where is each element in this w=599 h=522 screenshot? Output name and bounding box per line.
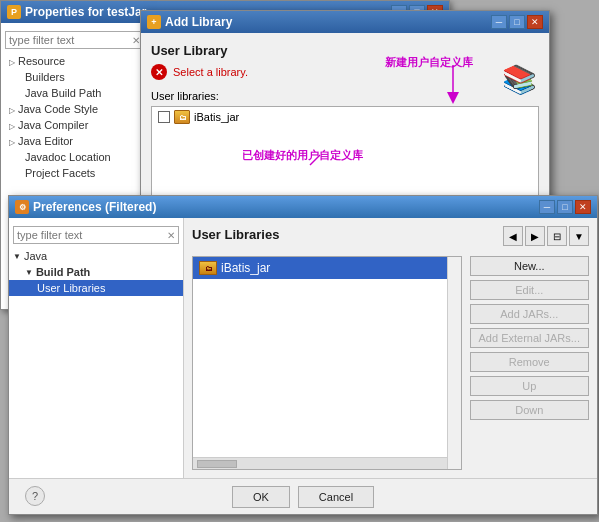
filter-clear-icon[interactable]: ✕ — [132, 35, 140, 46]
ok-button[interactable]: OK — [232, 486, 290, 508]
prefs-back-button[interactable]: ◀ — [503, 226, 523, 246]
prefs-min-button[interactable]: ─ — [539, 200, 555, 214]
lib-checkbox[interactable] — [158, 111, 170, 123]
expand-icon: ▷ — [9, 106, 15, 115]
prefs-collapse-button[interactable]: ⊟ — [547, 226, 567, 246]
h-scrollbar-thumb[interactable] — [197, 460, 237, 468]
sidebar-item-project-facets[interactable]: Project Facets — [1, 165, 148, 181]
prefs-tree-user-libraries[interactable]: User Libraries — [9, 280, 183, 296]
prefs-tree-build-path[interactable]: ▼Build Path — [9, 264, 183, 280]
prefs-sidebar: ✕ ▼Java ▼Build Path User Libraries — [9, 218, 184, 478]
prefs-tree-java[interactable]: ▼Java — [9, 248, 183, 264]
properties-title: Properties for testJar — [25, 5, 146, 19]
expand-icon: ▷ — [9, 122, 15, 131]
up-button[interactable]: Up — [470, 376, 590, 396]
properties-icon: P — [7, 5, 21, 19]
expand-icon: ▷ — [9, 138, 15, 147]
help-button[interactable]: ? — [25, 486, 45, 506]
lib-jar-icon: 🗂 — [174, 110, 190, 124]
vertical-scrollbar[interactable] — [447, 257, 461, 469]
prefs-forward-button[interactable]: ▶ — [525, 226, 545, 246]
properties-filter-box[interactable]: ✕ — [5, 31, 144, 49]
prefs-menu-button[interactable]: ▼ — [569, 226, 589, 246]
add-library-controls: ─ □ ✕ — [491, 15, 543, 29]
add-library-icon: + — [147, 15, 161, 29]
sidebar-item-resource[interactable]: ▷Resource — [1, 53, 148, 69]
prefs-lib-item-ibatis[interactable]: 🗂 iBatis_jar — [193, 257, 461, 279]
prefs-icon: ⚙ — [15, 200, 29, 214]
prefs-footer: ? OK Cancel — [9, 478, 597, 514]
prefs-lib-name: iBatis_jar — [221, 261, 270, 275]
sidebar-item-builders[interactable]: Builders — [1, 69, 148, 85]
new-button[interactable]: New... — [470, 256, 590, 276]
filter-clear-icon[interactable]: ✕ — [167, 230, 175, 241]
annotation-new-label: 新建用户自定义库 — [385, 55, 473, 70]
prefs-main-content: User Libraries ◀ ▶ ⊟ ▼ 🗂 iBatis_jar — [184, 218, 597, 478]
horizontal-scrollbar[interactable] — [193, 457, 447, 469]
prefs-toolbar: ◀ ▶ ⊟ ▼ — [503, 226, 589, 246]
prefs-title: Preferences (Filtered) — [33, 200, 156, 214]
edit-button[interactable]: Edit... — [470, 280, 590, 300]
prefs-max-button[interactable]: □ — [557, 200, 573, 214]
sidebar-item-java-code-style[interactable]: ▷Java Code Style — [1, 101, 148, 117]
lib-name: iBatis_jar — [194, 111, 239, 123]
add-lib-min-button[interactable]: ─ — [491, 15, 507, 29]
preferences-dialog: ⚙ Preferences (Filtered) ─ □ ✕ ✕ ▼Java ▼… — [8, 195, 598, 515]
properties-filter-input[interactable] — [9, 34, 132, 46]
add-library-header: User Library — [151, 43, 539, 58]
sidebar-item-javadoc-location[interactable]: Javadoc Location — [1, 149, 148, 165]
prefs-filter-box[interactable]: ✕ — [13, 226, 179, 244]
prefs-titlebar: ⚙ Preferences (Filtered) ─ □ ✕ — [9, 196, 597, 218]
add-jars-button[interactable]: Add JARs... — [470, 304, 590, 324]
prefs-content-area: 🗂 iBatis_jar New... Edit... Add — [192, 256, 589, 470]
prefs-close-button[interactable]: ✕ — [575, 200, 591, 214]
prefs-body: ✕ ▼Java ▼Build Path User Libraries User … — [9, 218, 597, 478]
lib-list-item[interactable]: 🗂 iBatis_jar — [152, 107, 538, 127]
tree-expand-icon: ▼ — [13, 252, 21, 261]
annotation-created-label: 已创建好的用户自定义库 — [242, 148, 363, 163]
error-text: Select a library. — [173, 66, 248, 78]
prefs-filter-input[interactable] — [17, 229, 165, 241]
books-icon: 📚 — [502, 63, 537, 96]
add-library-titlebar: + Add Library ─ □ ✕ — [141, 11, 549, 33]
h-scrollbar-track[interactable] — [193, 457, 447, 469]
libs-label: User libraries: — [151, 90, 539, 102]
prefs-section-title: User Libraries — [192, 227, 279, 242]
prefs-action-buttons: New... Edit... Add JARs... Add External … — [470, 256, 590, 470]
tree-expand-icon: ▼ — [25, 268, 33, 277]
error-icon: ✕ — [151, 64, 167, 80]
prefs-window-controls: ─ □ ✕ — [539, 200, 591, 214]
add-external-jars-button[interactable]: Add External JARs... — [470, 328, 590, 348]
add-lib-close-button[interactable]: ✕ — [527, 15, 543, 29]
sidebar-item-java-editor[interactable]: ▷Java Editor — [1, 133, 148, 149]
add-lib-max-button[interactable]: □ — [509, 15, 525, 29]
add-library-title: Add Library — [165, 15, 232, 29]
add-library-error: ✕ Select a library. — [151, 64, 539, 80]
expand-icon: ▷ — [9, 58, 15, 67]
cancel-button[interactable]: Cancel — [298, 486, 374, 508]
lib-jar-icon: 🗂 — [199, 261, 217, 275]
down-button[interactable]: Down — [470, 400, 590, 420]
remove-button[interactable]: Remove — [470, 352, 590, 372]
sidebar-item-java-compiler[interactable]: ▷Java Compiler — [1, 117, 148, 133]
prefs-user-libs-list[interactable]: 🗂 iBatis_jar — [192, 256, 462, 470]
sidebar-item-java-build-path[interactable]: Java Build Path — [1, 85, 148, 101]
